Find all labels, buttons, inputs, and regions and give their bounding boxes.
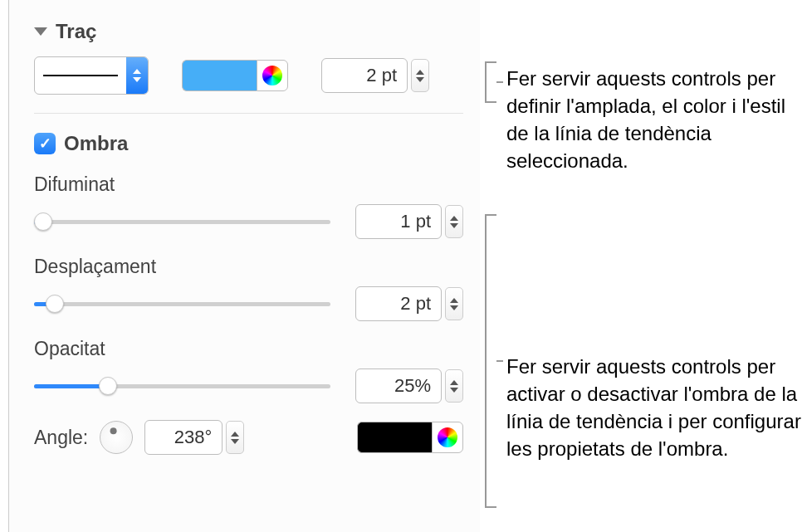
line-preview-icon — [43, 75, 118, 76]
disclosure-triangle-icon — [34, 27, 47, 36]
popup-arrows-icon — [126, 57, 148, 94]
callout-stroke: Fer servir aquests controls per definir … — [506, 65, 797, 174]
shadow-checkbox[interactable]: ✓ — [34, 133, 56, 154]
angle-row: Angle: 238° — [34, 420, 463, 455]
blur-block: Difuminat 1 pt — [34, 173, 463, 239]
blur-label: Difuminat — [34, 173, 463, 196]
stroke-title: Traç — [56, 20, 96, 43]
blur-slider[interactable] — [34, 212, 330, 232]
angle-label: Angle: — [34, 427, 88, 449]
stroke-controls-row: 2 pt — [34, 56, 463, 114]
slider-thumb-icon[interactable] — [46, 295, 64, 313]
opacity-label: Opacitat — [34, 338, 463, 360]
callout-bracket-icon — [485, 61, 496, 103]
angle-dial[interactable] — [100, 421, 133, 454]
angle-input[interactable]: 238° — [144, 420, 223, 455]
stroke-color-well[interactable] — [182, 60, 288, 91]
stepper-arrows-icon[interactable] — [226, 421, 244, 454]
stroke-width-input[interactable]: 2 pt — [321, 58, 408, 93]
shadow-color-swatch[interactable] — [357, 422, 432, 453]
shadow-label: Ombra — [64, 132, 128, 155]
slider-thumb-icon[interactable] — [34, 212, 52, 231]
blur-stepper[interactable]: 1 pt — [355, 204, 463, 239]
opacity-slider[interactable] — [34, 376, 330, 396]
offset-stepper[interactable]: 2 pt — [355, 286, 463, 321]
shadow-color-well[interactable] — [357, 422, 463, 453]
color-wheel-icon — [438, 427, 457, 447]
opacity-input[interactable]: 25% — [355, 368, 442, 403]
offset-block: Desplaçament 2 pt — [34, 256, 463, 321]
stroke-section-header[interactable]: Traç — [34, 20, 463, 43]
blur-input[interactable]: 1 pt — [355, 204, 442, 239]
offset-input[interactable]: 2 pt — [355, 286, 442, 321]
angle-stepper[interactable]: 238° — [144, 420, 244, 455]
slider-thumb-icon[interactable] — [99, 377, 117, 395]
angle-indicator-icon — [110, 427, 117, 434]
shadow-checkbox-row[interactable]: ✓ Ombra — [34, 132, 463, 155]
stroke-width-stepper[interactable]: 2 pt — [321, 58, 429, 93]
stepper-arrows-icon[interactable] — [411, 59, 429, 92]
offset-slider[interactable] — [34, 294, 330, 314]
color-picker-button[interactable] — [257, 60, 288, 91]
offset-label: Desplaçament — [34, 256, 463, 278]
callout-bracket-icon — [485, 214, 496, 508]
color-picker-button[interactable] — [432, 422, 463, 453]
callout-connector-icon — [496, 360, 503, 362]
inspector-panel: Traç 2 pt ✓ Ombra Difuminat — [8, 0, 480, 532]
opacity-stepper[interactable]: 25% — [355, 368, 463, 403]
stepper-arrows-icon[interactable] — [445, 205, 463, 238]
stepper-arrows-icon[interactable] — [445, 369, 463, 403]
callout-shadow: Fer servir aquests controls per activar … — [506, 353, 802, 462]
stepper-arrows-icon[interactable] — [445, 287, 463, 320]
line-style-select[interactable] — [34, 56, 149, 95]
stroke-color-swatch[interactable] — [182, 60, 257, 91]
opacity-block: Opacitat 25% — [34, 338, 463, 403]
color-wheel-icon — [262, 66, 282, 85]
callout-connector-icon — [496, 81, 503, 83]
